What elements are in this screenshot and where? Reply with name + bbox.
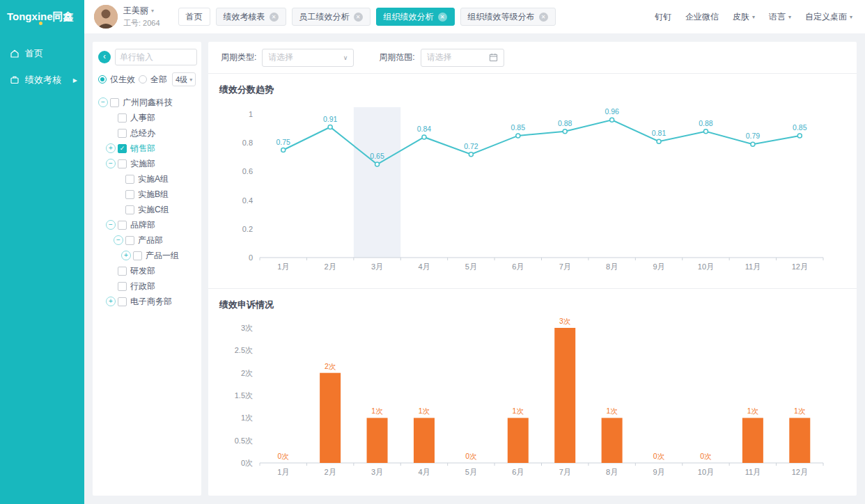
collapse-node-icon[interactable]: − — [98, 97, 108, 107]
bar-chart-svg[interactable]: 0次0.5次1次1.5次2次2.5次3次1月0次2月2次3月1次4月1次5月0次… — [219, 314, 843, 487]
header-action-2[interactable]: 企业微信 — [685, 11, 719, 23]
collapse-node-icon[interactable]: − — [106, 159, 116, 168]
node-label[interactable]: 行政部 — [130, 281, 155, 292]
data-point[interactable] — [797, 134, 802, 138]
header-action-4[interactable]: 语言▾ — [769, 11, 791, 23]
node-checkbox[interactable] — [110, 98, 119, 107]
period-type-select[interactable]: 请选择 ∨ — [262, 49, 354, 67]
expand-node-icon[interactable]: + — [106, 297, 116, 306]
header-action-5[interactable]: 自定义桌面▾ — [805, 11, 852, 23]
period-range-picker[interactable]: 请选择 — [421, 49, 504, 67]
tree-node[interactable]: 实施A组 — [98, 171, 197, 187]
collapse-node-icon[interactable]: − — [106, 220, 116, 230]
tree-node[interactable]: +✓销售部 — [98, 141, 197, 156]
node-label[interactable]: 产品一组 — [146, 250, 179, 262]
node-label[interactable]: 销售部 — [130, 143, 155, 155]
level-select[interactable]: 4级 ▾ — [172, 72, 196, 86]
node-label[interactable]: 研发部 — [130, 265, 155, 277]
collapse-node-icon[interactable]: − — [114, 235, 123, 245]
node-label[interactable]: 人事部 — [130, 112, 155, 124]
tab-4[interactable]: 组织绩效分析✕ — [376, 8, 455, 26]
svg-text:2次: 2次 — [241, 369, 253, 377]
tree-node[interactable]: 研发部 — [98, 263, 197, 278]
bar[interactable] — [367, 418, 388, 463]
data-point[interactable] — [422, 135, 426, 139]
sidebar-item-home[interactable]: 首页 — [0, 40, 84, 67]
tree-node[interactable]: −品牌部 — [98, 217, 197, 233]
node-checkbox[interactable] — [125, 175, 134, 184]
line-chart-svg[interactable]: 00.20.40.60.811月2月3月4月5月6月7月8月9月10月11月12… — [219, 99, 843, 281]
tab-5[interactable]: 组织绩效等级分布✕ — [460, 8, 556, 26]
tab-3[interactable]: 员工绩效分析✕ — [292, 8, 371, 26]
expand-node-icon[interactable]: + — [106, 143, 116, 153]
tree-node[interactable]: 行政部 — [98, 278, 197, 294]
node-checkbox[interactable] — [118, 297, 127, 306]
radio-effective[interactable] — [98, 75, 107, 84]
node-checkbox[interactable] — [125, 190, 134, 199]
tree-node[interactable]: 实施B组 — [98, 187, 197, 202]
node-label[interactable]: 实施部 — [130, 158, 155, 170]
data-point[interactable] — [657, 139, 661, 143]
tab-close-icon[interactable]: ✕ — [270, 13, 279, 22]
data-point[interactable] — [469, 152, 473, 157]
tree-node[interactable]: −广州同鑫科技 — [98, 95, 197, 110]
tree-search-input[interactable] — [115, 49, 197, 65]
data-point[interactable] — [281, 148, 286, 152]
node-checkbox[interactable]: ✓ — [118, 144, 127, 153]
tree-node[interactable]: −产品部 — [98, 233, 197, 248]
node-checkbox[interactable] — [125, 205, 134, 214]
sidebar-item-performance[interactable]: 绩效考核 ▶ — [0, 67, 84, 93]
node-label[interactable]: 实施B组 — [138, 189, 169, 200]
data-point[interactable] — [563, 129, 567, 134]
header-action-1[interactable]: 钉钉 — [655, 11, 671, 23]
brand-logo[interactable]: Tongxine同鑫 — [0, 0, 84, 33]
radio-all-label[interactable]: 全部 — [150, 74, 167, 86]
node-label[interactable]: 实施C组 — [138, 204, 169, 216]
avatar[interactable] — [94, 5, 118, 29]
node-label[interactable]: 产品部 — [138, 235, 163, 246]
expand-node-icon[interactable]: + — [121, 251, 131, 260]
data-point[interactable] — [375, 162, 380, 166]
header-action-3[interactable]: 皮肤▾ — [733, 11, 755, 23]
node-checkbox[interactable] — [118, 267, 127, 276]
collapse-panel-button[interactable]: ‹ — [98, 51, 111, 63]
bar[interactable] — [554, 328, 575, 463]
tab-close-icon[interactable]: ✕ — [539, 13, 548, 22]
node-label[interactable]: 实施A组 — [138, 173, 169, 185]
tree-node[interactable]: 人事部 — [98, 110, 197, 125]
tab-close-icon[interactable]: ✕ — [354, 13, 363, 22]
bar[interactable] — [602, 418, 623, 463]
bar[interactable] — [414, 418, 435, 463]
node-checkbox[interactable] — [125, 236, 134, 245]
node-label[interactable]: 电子商务部 — [130, 296, 172, 308]
bar[interactable] — [789, 418, 810, 463]
tab-1[interactable]: 首页 — [178, 8, 210, 26]
bar[interactable] — [742, 418, 763, 463]
node-label[interactable]: 广州同鑫科技 — [123, 97, 173, 109]
node-checkbox[interactable] — [118, 129, 127, 138]
node-checkbox[interactable] — [118, 282, 127, 291]
node-checkbox[interactable] — [118, 221, 127, 230]
bar[interactable] — [508, 418, 529, 463]
node-label[interactable]: 总经办 — [130, 127, 155, 139]
bar[interactable] — [320, 373, 341, 463]
node-checkbox[interactable] — [118, 159, 127, 168]
tree-node[interactable]: 实施C组 — [98, 202, 197, 217]
radio-effective-label[interactable]: 仅生效 — [110, 74, 135, 86]
tree-node[interactable]: −实施部 — [98, 156, 197, 171]
data-point[interactable] — [703, 129, 708, 134]
tab-2[interactable]: 绩效考核表✕ — [216, 8, 286, 26]
tree-node[interactable]: 总经办 — [98, 125, 197, 141]
tab-close-icon[interactable]: ✕ — [438, 13, 447, 22]
radio-all[interactable] — [139, 75, 147, 84]
data-point[interactable] — [610, 118, 614, 122]
node-checkbox[interactable] — [118, 113, 127, 123]
node-checkbox[interactable] — [133, 251, 142, 260]
data-point[interactable] — [516, 134, 520, 138]
data-point[interactable] — [751, 142, 755, 146]
data-point[interactable] — [328, 125, 332, 129]
node-label[interactable]: 品牌部 — [130, 219, 155, 231]
user-info[interactable]: 王美丽 ▾ 工号: 2064 — [123, 5, 160, 29]
tree-node[interactable]: +产品一组 — [98, 248, 197, 263]
tree-node[interactable]: +电子商务部 — [98, 294, 197, 309]
